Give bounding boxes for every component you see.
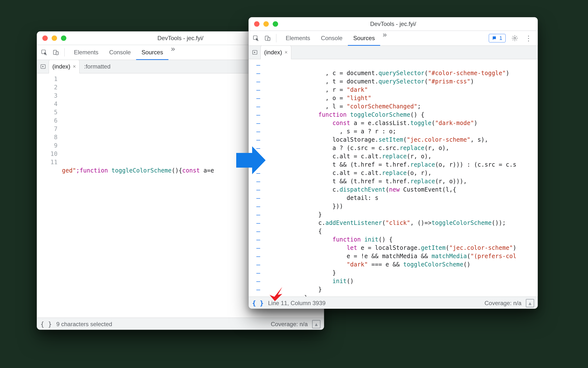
devtools-window-right: DevTools - jec.fyi/ Elements Console Sou…: [248, 17, 538, 309]
svg-marker-14: [270, 287, 282, 301]
file-tab-label: (index): [52, 63, 70, 70]
close-icon[interactable]: ×: [73, 63, 76, 70]
traffic-lights: [42, 32, 66, 45]
file-tab-label: (index): [264, 49, 282, 56]
file-tab-index[interactable]: (index) ×: [49, 60, 80, 73]
editor-area: –––––––––––––––––––––––––––– , c = docum…: [249, 59, 538, 297]
svg-marker-12: [254, 52, 256, 53]
svg-marker-5: [42, 66, 44, 67]
separator: [276, 34, 276, 42]
minimize-dot[interactable]: [263, 21, 269, 27]
navigator-toggle-icon[interactable]: [250, 48, 259, 57]
tab-sources[interactable]: Sources: [136, 45, 168, 60]
tab-console[interactable]: Console: [316, 31, 348, 46]
status-bar: { } 9 characters selected Coverage: n/a …: [37, 318, 324, 330]
svg-rect-8: [268, 37, 270, 41]
window-title: DevTools - jec.fyi/: [370, 21, 416, 27]
tab-elements[interactable]: Elements: [280, 31, 316, 46]
minimize-dot[interactable]: [52, 35, 57, 41]
inspect-icon[interactable]: [251, 34, 260, 43]
expand-icon[interactable]: ▴: [526, 299, 534, 307]
titlebar: DevTools - jec.fyi/: [249, 17, 538, 31]
file-tab-index[interactable]: (index) ×: [260, 46, 291, 59]
tab-sources[interactable]: Sources: [348, 31, 380, 46]
tabs-overflow[interactable]: »: [380, 31, 389, 46]
tab-elements[interactable]: Elements: [69, 45, 104, 60]
arrow-red-annotation: [268, 285, 285, 302]
zoom-dot[interactable]: [273, 21, 278, 27]
device-toolbar-icon[interactable]: [51, 48, 60, 57]
gear-icon[interactable]: [510, 34, 519, 43]
arrow-blue-annotation: [235, 144, 267, 176]
close-dot[interactable]: [42, 35, 48, 41]
traffic-lights: [254, 17, 278, 31]
window-title: DevTools - jec.fyi/: [157, 35, 203, 42]
close-dot[interactable]: [254, 21, 259, 27]
svg-rect-2: [56, 52, 58, 55]
code-content[interactable]: , c = document.querySelector("#color-sch…: [268, 59, 538, 297]
main-toolbar: Elements Console Sources » 1 ⋮: [249, 31, 538, 46]
kebab-icon[interactable]: ⋮: [524, 34, 533, 43]
navigator-toggle-icon[interactable]: [38, 62, 48, 71]
status-bar: { } Line 11, Column 3939 Coverage: n/a ▴: [249, 297, 538, 309]
close-icon[interactable]: ×: [284, 49, 288, 56]
line-gutter: 123 456 789 1011: [37, 73, 61, 318]
separator: [64, 48, 65, 57]
zoom-dot[interactable]: [61, 35, 66, 41]
expand-icon[interactable]: ▴: [312, 320, 320, 328]
pretty-print-icon[interactable]: { }: [252, 299, 264, 307]
issues-count: 1: [499, 35, 502, 41]
inspect-icon[interactable]: [39, 48, 49, 57]
line-gutter: ––––––––––––––––––––––––––––: [249, 59, 268, 297]
panel-tabs: Elements Console Sources »: [280, 31, 389, 46]
issues-badge[interactable]: 1: [489, 34, 506, 43]
status-text: 9 characters selected: [56, 321, 112, 328]
tabs-overflow[interactable]: »: [168, 45, 177, 60]
coverage-label: Coverage: n/a: [484, 300, 521, 307]
panel-tabs: Elements Console Sources »: [69, 45, 177, 60]
tab-console[interactable]: Console: [104, 45, 136, 60]
coverage-label: Coverage: n/a: [271, 321, 308, 328]
file-tabs-strip: (index) ×: [249, 46, 538, 59]
file-tab-formatted[interactable]: :formatted: [81, 63, 114, 70]
svg-point-10: [514, 37, 516, 39]
pretty-print-icon[interactable]: { }: [40, 321, 52, 328]
svg-marker-13: [236, 146, 266, 174]
device-toolbar-icon[interactable]: [263, 34, 272, 43]
